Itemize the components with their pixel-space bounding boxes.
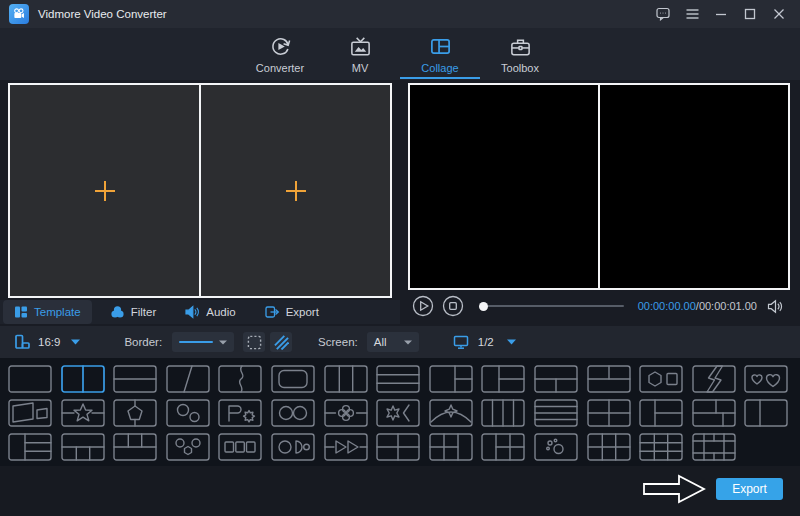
layout-template-split-v4[interactable]	[481, 399, 525, 427]
layout-template-triangles-pair[interactable]	[324, 433, 368, 461]
layout-template-left-col-grid-right[interactable]	[481, 433, 525, 461]
app-window: Vidmore Video Converter	[0, 0, 800, 516]
layout-template-split-v2-offset[interactable]	[744, 399, 788, 427]
preview-column: 00:00:00.00/00:00:01.00	[400, 80, 800, 326]
subtab-filter[interactable]: Filter	[99, 300, 168, 324]
layout-template-grid-2x2[interactable]	[587, 399, 631, 427]
layout-template-left1-right2[interactable]	[481, 365, 525, 393]
collage-icon	[429, 35, 452, 58]
subtab-label: Export	[286, 306, 319, 318]
layout-template-left1-right2-wide[interactable]	[429, 365, 473, 393]
layout-template-top2-bottom-right[interactable]	[692, 399, 736, 427]
layout-template-skew-panels[interactable]	[8, 399, 52, 427]
tab-toolbox[interactable]: Toolbox	[480, 28, 560, 80]
layout-template-hexagon-square[interactable]	[639, 365, 683, 393]
minimize-icon[interactable]	[713, 6, 729, 22]
layout-template-grid-left-col-right[interactable]	[429, 433, 473, 461]
layout-template-clover-center[interactable]	[324, 399, 368, 427]
tab-label: Converter	[256, 62, 304, 74]
border-dropdown-caret[interactable]	[219, 340, 227, 345]
layout-template-frame-cells[interactable]	[692, 433, 736, 461]
tab-collage[interactable]: Collage	[400, 28, 480, 80]
layout-template-grid-2x2-b[interactable]	[376, 433, 420, 461]
playback-bar: 00:00:00.00/00:00:01.00	[400, 290, 800, 322]
layout-template-split-curve[interactable]	[218, 365, 262, 393]
border-style-select[interactable]	[172, 332, 234, 352]
template-row	[8, 365, 800, 393]
layout-template-pentagon-center[interactable]	[113, 399, 157, 427]
layout-template-split-v2[interactable]	[61, 365, 105, 393]
seek-slider[interactable]	[480, 305, 624, 307]
border-dashed-button[interactable]	[243, 332, 265, 352]
collage-editor-column: TemplateFilterAudioExport	[0, 80, 400, 326]
layout-template-split-h2[interactable]	[113, 365, 157, 393]
layout-template-flag-gear[interactable]	[218, 399, 262, 427]
layout-template-circle-moon-dot[interactable]	[271, 433, 315, 461]
top-navbar: ConverterMVCollageToolbox	[0, 28, 800, 80]
stop-button[interactable]	[442, 295, 464, 317]
preview-cell-2	[600, 85, 788, 288]
screen-page-icon	[453, 334, 469, 350]
border-pattern-button[interactable]	[270, 332, 292, 352]
main-tabs: ConverterMVCollageToolbox	[0, 28, 800, 80]
add-video-plus-icon[interactable]	[10, 85, 199, 296]
template-row	[8, 399, 800, 427]
layout-template-inset-rounded[interactable]	[271, 365, 315, 393]
layout-template-lightning[interactable]	[692, 365, 736, 393]
menu-icon[interactable]	[684, 6, 700, 22]
close-icon[interactable]	[771, 6, 787, 22]
subtab-label: Audio	[206, 306, 235, 318]
layout-template-arch-sparkle[interactable]	[429, 399, 473, 427]
layout-template-single[interactable]	[8, 365, 52, 393]
layout-template-circles-hex-trio[interactable]	[166, 433, 210, 461]
seek-handle[interactable]	[479, 302, 488, 311]
page-dropdown-caret[interactable]	[507, 339, 516, 345]
aspect-ratio-value: 16:9	[38, 336, 60, 348]
screen-select[interactable]: All	[367, 332, 419, 352]
aspect-ratio-dropdown-caret[interactable]	[71, 339, 80, 345]
collage-slot-2[interactable]	[201, 85, 390, 296]
layout-template-star-center[interactable]	[61, 399, 105, 427]
layout-template-squares-trio[interactable]	[218, 433, 262, 461]
layout-template-split-h4[interactable]	[534, 399, 578, 427]
preview-canvas	[408, 83, 790, 290]
subtab-template[interactable]: Template	[3, 300, 92, 324]
play-button[interactable]	[412, 295, 434, 317]
export-button[interactable]: Export	[716, 478, 783, 500]
layout-template-top3-bottom1[interactable]	[113, 433, 157, 461]
export-icon	[265, 305, 280, 319]
layout-template-top2-bottom1[interactable]	[587, 365, 631, 393]
subtab-audio[interactable]: Audio	[174, 300, 246, 324]
layout-template-top1-bottom2[interactable]	[534, 365, 578, 393]
layout-template-circles-pair[interactable]	[271, 399, 315, 427]
border-line-sample	[179, 341, 213, 343]
maximize-icon[interactable]	[742, 6, 758, 22]
subtab-export[interactable]: Export	[254, 300, 330, 324]
layout-template-circles-diagonal[interactable]	[166, 399, 210, 427]
layout-template-left1-right3[interactable]	[8, 433, 52, 461]
app-title: Vidmore Video Converter	[38, 8, 167, 20]
volume-icon[interactable]	[767, 299, 784, 314]
layout-template-split-h3[interactable]	[376, 365, 420, 393]
tab-mv[interactable]: MV	[320, 28, 400, 80]
layout-template-hearts[interactable]	[744, 365, 788, 393]
layout-template-split-diagonal[interactable]	[166, 365, 210, 393]
layout-template-grid-3x2[interactable]	[587, 433, 631, 461]
add-video-plus-icon[interactable]	[201, 85, 390, 296]
feedback-icon[interactable]	[655, 6, 671, 22]
layout-template-burst-bracket[interactable]	[376, 399, 420, 427]
tab-converter[interactable]: Converter	[240, 28, 320, 80]
collage-slot-1[interactable]	[10, 85, 201, 296]
tab-label: MV	[352, 62, 369, 74]
window-controls	[655, 6, 800, 22]
page-indicator: 1/2	[478, 336, 494, 348]
layout-template-top1-bottom3[interactable]	[61, 433, 105, 461]
preview-cell-1	[410, 85, 600, 288]
layout-template-split-v3[interactable]	[324, 365, 368, 393]
layout-template-left1-right2-b[interactable]	[639, 399, 683, 427]
filter-icon	[110, 305, 125, 319]
layout-template-grid-3x3[interactable]	[639, 433, 683, 461]
layout-template-bubbles[interactable]	[534, 433, 578, 461]
titlebar: Vidmore Video Converter	[0, 0, 800, 28]
screen-dropdown-caret[interactable]	[404, 340, 412, 345]
